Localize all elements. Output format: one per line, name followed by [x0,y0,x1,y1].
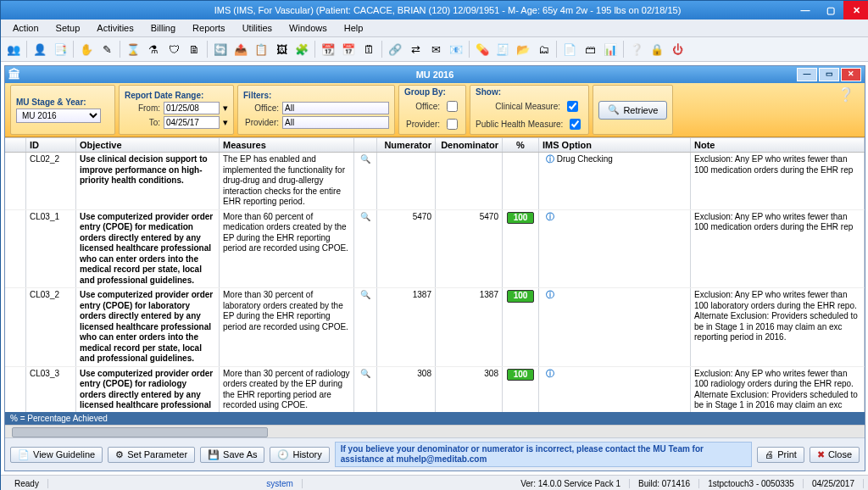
toolbar-icon[interactable]: 📧 [447,40,465,58]
stage-year-select[interactable]: MU 2016 [16,109,101,123]
detail-icon[interactable]: 🔍 [360,212,370,221]
minimize-button[interactable]: — [793,1,818,19]
toolbar-icon[interactable]: 📄 [560,40,579,58]
info-icon[interactable]: ⓘ [546,212,554,221]
detail-icon[interactable]: 🔍 [360,154,370,164]
info-icon[interactable]: ⓘ [546,290,554,299]
toolbar-icon[interactable]: 📂 [514,40,532,58]
history-button[interactable]: 🕘 History [270,447,329,463]
col-note[interactable]: Note [691,138,865,152]
toolbar-icon[interactable]: ⌛ [124,40,142,58]
table-row[interactable]: CL03_2Use computerized provider order en… [5,288,865,367]
toolbar-icon[interactable]: 📤 [231,40,250,58]
menu-setup[interactable]: Setup [47,21,89,35]
notice-text: If you believe your denominator or numer… [335,442,753,467]
lock-icon[interactable]: 🔒 [648,40,666,58]
toolbar-icon[interactable]: 💊 [473,40,492,58]
toolbar-icon[interactable]: ✋ [77,40,96,58]
close-button[interactable]: ✖ Close [810,447,860,463]
toolbar-icon[interactable]: 📊 [601,40,620,58]
toolbar-icon[interactable]: 🗓 [359,40,378,58]
toolbar-icon[interactable]: 🔄 [211,40,230,58]
groupby-office-checkbox[interactable] [447,101,458,112]
show-clinical-checkbox[interactable] [567,101,578,112]
col-measures[interactable]: Measures [220,138,354,152]
help-icon[interactable]: ❔ [837,86,854,103]
from-label: From: [125,103,160,113]
date-picker-icon[interactable]: ▾ [223,103,228,114]
col-ims[interactable]: IMS Option [539,138,691,152]
menu-reports[interactable]: Reports [184,21,234,35]
menu-windows[interactable]: Windows [281,21,336,35]
table-row[interactable]: CL03_3Use computerized provider order en… [5,367,865,413]
show-public-checkbox[interactable] [570,119,581,130]
toolbar-icon[interactable]: 🧾 [493,40,512,58]
from-date-input[interactable] [164,102,220,114]
window-controls: — ▢ ✕ [793,1,868,19]
scrollbar-thumb[interactable] [12,427,268,437]
retrieve-button[interactable]: 🔍 Retrieve [598,101,667,120]
dialog-restore-button[interactable]: ▭ [819,68,839,81]
grid-body[interactable]: CL02_2Use clinical decision support to i… [5,153,865,412]
groupby-provider-checkbox[interactable] [447,119,458,130]
close-icon: ✖ [817,449,825,460]
col-objective[interactable]: Objective [76,138,220,152]
date-picker-icon[interactable]: ▾ [223,117,228,128]
provider-select[interactable] [282,116,389,129]
menu-action[interactable]: Action [4,21,47,35]
toolbar-icon[interactable]: 📑 [51,40,70,58]
col-denominator[interactable]: Denominator [436,138,503,152]
toolbar-icon[interactable]: 🧩 [292,40,311,58]
status-version: Ver: 14.0.0 Service Pack 1 [512,479,630,488]
menu-billing[interactable]: Billing [142,21,184,35]
info-icon[interactable]: ⓘ [546,369,554,378]
detail-icon[interactable]: 🔍 [360,290,370,299]
toolbar-icon[interactable]: 📆 [319,40,337,58]
toolbar-icon[interactable]: ✎ [97,40,116,58]
col-numerator[interactable]: Numerator [377,138,436,152]
maximize-button[interactable]: ▢ [818,1,843,19]
separator-icon [314,41,315,58]
toolbar-icon[interactable]: ✉ [426,40,445,58]
view-guideline-button[interactable]: 📄 View Guideline [10,447,103,463]
to-date-input[interactable] [164,116,220,129]
office-select[interactable] [282,102,389,114]
help-icon[interactable]: ❔ [627,40,646,58]
horizontal-scrollbar[interactable] [5,425,865,437]
detail-icon[interactable]: 🔍 [360,369,370,378]
toolbar-icon[interactable]: 🗃 [581,40,599,58]
dialog-close-button[interactable]: ✕ [841,68,861,81]
col-id[interactable]: ID [26,138,76,152]
toolbar-icon[interactable]: ⇄ [406,40,425,58]
print-button[interactable]: 🖨 Print [757,447,804,463]
toolbar-icon[interactable]: 🛡 [164,40,183,58]
exit-icon[interactable]: ⏻ [668,40,687,58]
toolbar-icon[interactable]: 👤 [31,40,49,58]
separator-icon [623,41,624,58]
close-button[interactable]: ✕ [843,1,868,19]
separator-icon [73,41,74,58]
menu-help[interactable]: Help [336,21,372,35]
info-icon[interactable]: ⓘ [546,154,554,164]
save-as-button[interactable]: 💾 Save As [200,447,264,463]
set-parameter-button[interactable]: ⚙ Set Parameter [108,447,195,463]
doc-icon: 📄 [18,449,30,460]
app-window: IMS (IMS, For Vascular) (Patient: CACACE… [0,0,868,490]
table-row[interactable]: CL02_2Use clinical decision support to i… [5,153,865,210]
toolbar-icon[interactable]: 🗂 [534,40,553,58]
toolbar-icon[interactable]: 🗎 [185,40,203,58]
toolbar-icon[interactable]: 🔗 [386,40,404,58]
print-icon: 🖨 [765,449,774,459]
toolbar-icon[interactable]: 📋 [252,40,270,58]
toolbar-icon[interactable]: 👥 [4,40,23,58]
table-row[interactable]: CL03_1Use computerized provider order en… [5,210,865,289]
show-public-label: Public Health Measure: [476,120,563,129]
col-percent[interactable]: % [503,138,539,152]
menu-utilities[interactable]: Utilities [234,21,281,35]
menu-activities[interactable]: Activities [88,21,142,35]
toolbar-icon[interactable]: 📅 [339,40,358,58]
dialog-minimize-button[interactable]: — [797,68,817,81]
status-user[interactable]: system [258,479,303,488]
toolbar-icon[interactable]: ⚗ [144,40,163,58]
toolbar-icon[interactable]: 🖼 [272,40,291,58]
